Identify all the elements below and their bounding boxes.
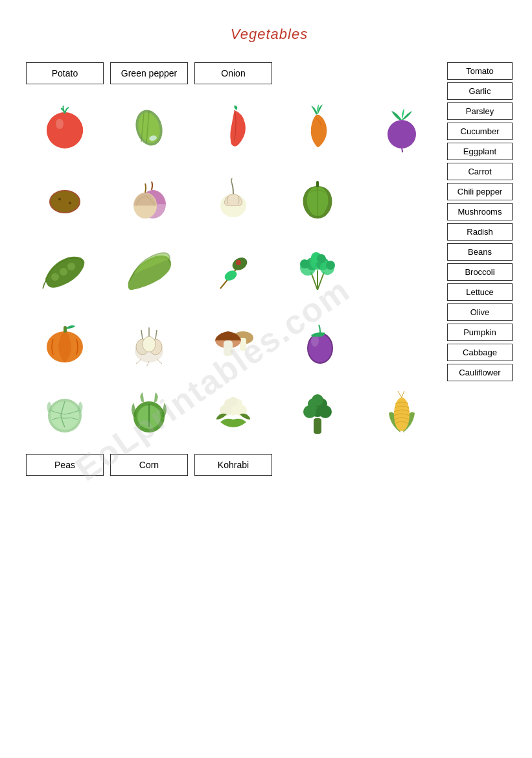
bottom-label-row: Peas Corn Kohrabi: [26, 454, 441, 476]
list-item-eggplant: Eggplant: [447, 143, 513, 160]
svg-line-24: [311, 272, 318, 290]
top-label-row: Potato Green pepper Onion: [26, 62, 441, 84]
label-green-pepper: Green pepper: [110, 62, 188, 84]
svg-point-10: [51, 191, 79, 212]
svg-rect-48: [224, 340, 233, 356]
veg-carrot: [279, 94, 356, 159]
svg-point-8: [387, 120, 416, 148]
veg-pumpkin: [26, 308, 104, 373]
list-item-cabbage: Cabbage: [447, 344, 513, 361]
veg-potato: [26, 165, 104, 230]
page: Vegetables Potato Green pepper Onion: [0, 0, 532, 758]
veg-eggplant: [279, 308, 356, 373]
svg-point-61: [229, 397, 238, 406]
svg-point-32: [300, 259, 309, 268]
svg-point-41: [143, 337, 156, 352]
list-item-olive: Olive: [447, 303, 513, 321]
svg-point-33: [326, 261, 335, 270]
svg-point-18: [60, 268, 67, 276]
svg-point-1: [47, 113, 83, 147]
veg-lettuce: [110, 379, 188, 444]
image-row-4: [26, 305, 441, 376]
veg-mushrooms: [194, 308, 272, 373]
veg-garlic: [194, 165, 272, 230]
svg-point-68: [312, 394, 323, 406]
veg-cucumber: [110, 94, 188, 159]
label-kohlrabi: Kohrabi: [194, 454, 272, 476]
svg-rect-16: [316, 181, 319, 187]
svg-point-69: [394, 397, 410, 431]
svg-point-19: [67, 263, 75, 270]
list-item-radish: Radish: [447, 223, 513, 241]
list-item-mushrooms: Mushrooms: [447, 203, 513, 220]
svg-point-35: [317, 254, 326, 263]
veg-cauliflower: [194, 379, 272, 444]
svg-line-26: [318, 272, 324, 290]
svg-point-53: [51, 401, 79, 430]
list-item-lettuce: Lettuce: [447, 283, 513, 301]
svg-point-12: [69, 202, 71, 204]
veg-snow-peas: [110, 237, 188, 302]
svg-line-42: [141, 330, 143, 339]
veg-cabbage: [26, 379, 104, 444]
image-row-1: [26, 91, 441, 162]
label-onion: Onion: [194, 62, 272, 84]
svg-point-22: [236, 260, 241, 265]
image-row-3: [26, 233, 441, 305]
list-item-pumpkin: Pumpkin: [447, 324, 513, 341]
svg-line-44: [156, 330, 157, 339]
veg-tomato: [26, 94, 104, 159]
veg-parsley: [279, 237, 356, 302]
label-peas: Peas: [26, 454, 104, 476]
veg-green-pepper: [279, 165, 356, 230]
svg-point-17: [51, 273, 59, 281]
svg-point-23: [223, 268, 238, 283]
svg-point-2: [56, 119, 64, 129]
veg-pea-pod: [26, 237, 104, 302]
main-layout: Potato Green pepper Onion: [26, 62, 513, 476]
page-title: Vegetables: [26, 26, 513, 43]
list-item-parsley: Parsley: [447, 102, 513, 120]
veg-onion: [110, 165, 188, 230]
svg-point-11: [58, 198, 61, 200]
label-potato: Potato: [26, 62, 104, 84]
list-item-cucumber: Cucumber: [447, 123, 513, 140]
image-row-2: [26, 162, 441, 233]
image-row-5: [26, 376, 441, 447]
veg-olive: [194, 237, 272, 302]
svg-rect-62: [314, 418, 321, 434]
right-list: Tomato Garlic Parsley Cucumber Eggplant …: [447, 62, 513, 476]
list-item-beans: Beans: [447, 243, 513, 261]
list-item-chili: Chili pepper: [447, 183, 513, 200]
veg-beetroot: [363, 94, 441, 159]
list-item-garlic: Garlic: [447, 82, 513, 100]
veg-corn: [363, 379, 441, 444]
list-item-carrot: Carrot: [447, 163, 513, 180]
veg-herb-cluster: [110, 308, 188, 373]
list-item-cauliflower: Cauliflower: [447, 364, 513, 381]
veg-broccoli: [279, 379, 356, 444]
svg-rect-37: [64, 326, 67, 333]
veg-chili: [194, 94, 272, 159]
label-corn: Corn: [110, 454, 188, 476]
list-item-broccoli: Broccoli: [447, 263, 513, 281]
list-item-tomato: Tomato: [447, 62, 513, 80]
left-section: Potato Green pepper Onion: [26, 62, 441, 476]
